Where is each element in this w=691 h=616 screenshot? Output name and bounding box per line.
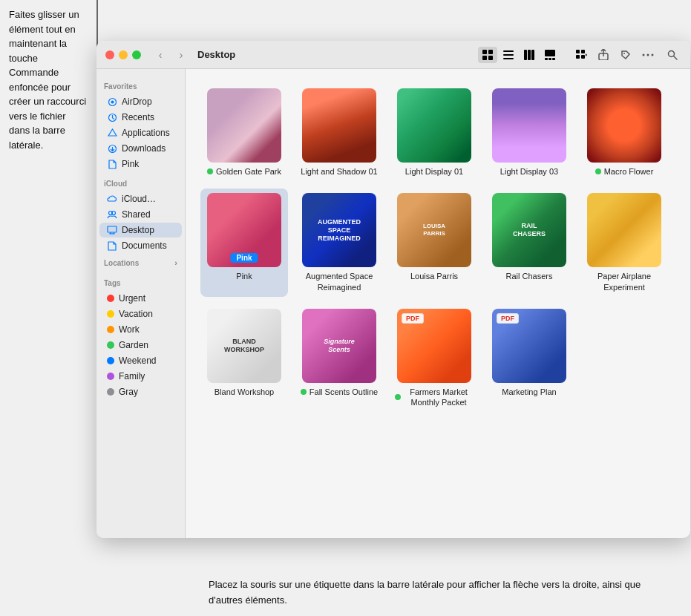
sidebar-section-favorites: Favorites <box>96 75 185 94</box>
view-buttons <box>478 47 560 63</box>
search-button[interactable] <box>664 46 681 64</box>
sidebar-label-urgent: Urgent <box>119 293 145 304</box>
sidebar-label-shared: Shared <box>122 209 151 220</box>
file-label-row-light-display01: Light Display 01 <box>395 166 474 177</box>
file-name-macro-flower: Macro Flower <box>604 166 654 177</box>
sidebar-item-shared[interactable]: Shared <box>99 207 182 222</box>
file-item-augmented[interactable]: AUGMENTED SPACE REIMAGINEDAugmented Spac… <box>295 189 383 297</box>
finder-window: ‹ › Desktop <box>96 41 690 538</box>
sidebar-item-garden[interactable]: Garden <box>99 338 182 353</box>
airdrop-icon <box>107 96 117 107</box>
file-name-fall: Fall Scents Outline <box>310 387 378 397</box>
icloud-icon <box>107 194 117 204</box>
file-item-farmers[interactable]: PDFFarmers Market Monthly Packet <box>390 304 478 413</box>
file-name-bland: Bland Workshop <box>214 387 275 397</box>
sidebar-item-icloud[interactable]: iCloud… <box>99 191 182 206</box>
fullscreen-button[interactable] <box>132 50 141 59</box>
sidebar-label-applications: Applications <box>122 128 170 138</box>
sidebar-item-applications[interactable]: Applications <box>99 125 182 140</box>
file-name-paper: Paper Airplane Experiment <box>585 271 664 292</box>
file-thumb-light-shadow <box>302 88 376 163</box>
sidebar-label-vacation: Vacation <box>119 309 153 319</box>
svg-rect-8 <box>528 50 531 60</box>
traffic-lights <box>105 50 141 59</box>
svg-line-30 <box>112 118 114 119</box>
svg-point-20 <box>623 53 625 54</box>
file-item-paper[interactable]: Paper Airplane Experiment <box>580 189 668 297</box>
file-thumb-pink: Pink <box>207 193 281 267</box>
file-label-row-augmented: Augmented Space Reimagined <box>300 271 379 292</box>
svg-line-25 <box>674 56 677 59</box>
svg-rect-6 <box>503 58 514 59</box>
list-view-button[interactable] <box>499 47 518 63</box>
minimize-button[interactable] <box>119 50 128 59</box>
svg-rect-9 <box>531 50 534 60</box>
title-bar: ‹ › Desktop <box>96 41 690 69</box>
file-item-macro-flower[interactable]: Macro Flower <box>580 84 668 181</box>
file-item-golden-gate[interactable]: Golden Gate Park <box>200 84 288 181</box>
share-button[interactable] <box>594 47 613 63</box>
sidebar-item-downloads[interactable]: Downloads <box>99 141 182 156</box>
locations-expand-arrow[interactable]: › <box>174 258 177 267</box>
garden-dot <box>107 341 114 349</box>
group-button[interactable] <box>572 47 591 63</box>
file-item-fall[interactable]: SignatureScentsFall Scents Outline <box>295 304 383 413</box>
svg-rect-10 <box>545 50 555 56</box>
sidebar-label-pink: Pink <box>122 159 139 169</box>
sidebar-item-pink[interactable]: Pink <box>99 157 182 171</box>
more-button[interactable] <box>638 47 658 63</box>
file-thumb-light-display03 <box>492 88 566 163</box>
urgent-dot <box>107 295 114 302</box>
svg-rect-0 <box>482 50 487 54</box>
file-label-badge-pink: Pink <box>230 253 258 263</box>
pdf-badge-marketing: PDF <box>497 313 519 324</box>
file-item-bland[interactable]: BLAND WORKSHOPBland Workshop <box>200 304 288 413</box>
file-item-louisa[interactable]: LOUISAPARRISLouisa Parris <box>390 189 478 297</box>
file-name-rail: Rail Chasers <box>506 271 553 281</box>
sidebar-item-urgent[interactable]: Urgent <box>99 291 182 306</box>
file-item-light-shadow[interactable]: Light and Shadow 01 <box>295 84 383 181</box>
file-item-pink[interactable]: PinkPink <box>200 189 288 297</box>
shared-icon <box>107 209 117 220</box>
sidebar-item-vacation[interactable]: Vacation <box>99 307 182 321</box>
file-item-marketing[interactable]: PDFMarketing Plan <box>485 304 573 413</box>
sidebar-label-documents: Documents <box>122 240 167 251</box>
window-title: Desktop <box>197 49 235 60</box>
sidebar-section-icloud: iCloud <box>96 172 185 191</box>
sidebar-item-gray[interactable]: Gray <box>99 384 182 399</box>
sidebar-item-weekend[interactable]: Weekend <box>99 353 182 368</box>
sidebar-item-desktop[interactable]: Desktop <box>99 223 182 237</box>
bottom-annotation: Placez la souris sur une étiquette dans … <box>194 570 691 616</box>
svg-rect-11 <box>545 58 548 60</box>
desktop-icon <box>107 225 117 235</box>
file-label-row-macro-flower: Macro Flower <box>585 166 664 177</box>
file-label-row-marketing: Marketing Plan <box>490 387 569 397</box>
file-item-rail[interactable]: RAIL CHASERSRail Chasers <box>485 189 573 297</box>
sidebar-item-documents[interactable]: Documents <box>99 238 182 253</box>
sidebar-item-recents[interactable]: Recents <box>99 110 182 125</box>
gallery-view-button[interactable] <box>540 47 560 63</box>
file-name-farmers: Farmers Market Monthly Packet <box>404 387 474 408</box>
back-button[interactable]: ‹ <box>153 47 168 62</box>
svg-rect-3 <box>488 56 493 60</box>
icon-view-button[interactable] <box>478 47 497 63</box>
sidebar-label-weekend: Weekend <box>119 355 156 366</box>
close-button[interactable] <box>105 50 114 59</box>
file-item-light-display03[interactable]: Light Display 03 <box>485 84 573 181</box>
sidebar-item-work[interactable]: Work <box>99 322 182 337</box>
sidebar-label-icloud: iCloud… <box>122 194 156 204</box>
file-item-light-display01[interactable]: Light Display 01 <box>390 84 478 181</box>
sidebar-label-desktop: Desktop <box>122 225 154 235</box>
file-label-row-louisa: Louisa Parris <box>395 271 474 281</box>
sidebar-item-airdrop[interactable]: AirDrop <box>99 94 182 109</box>
tag-button[interactable] <box>616 47 635 63</box>
svg-rect-12 <box>548 58 551 60</box>
family-dot <box>107 373 114 380</box>
svg-point-22 <box>647 53 649 56</box>
forward-button[interactable]: › <box>174 47 189 62</box>
file-dot-fall <box>301 389 307 395</box>
column-view-button[interactable] <box>520 47 539 63</box>
sidebar-item-family[interactable]: Family <box>99 369 182 384</box>
file-name-light-shadow: Light and Shadow 01 <box>301 166 377 177</box>
applications-icon <box>107 128 117 138</box>
